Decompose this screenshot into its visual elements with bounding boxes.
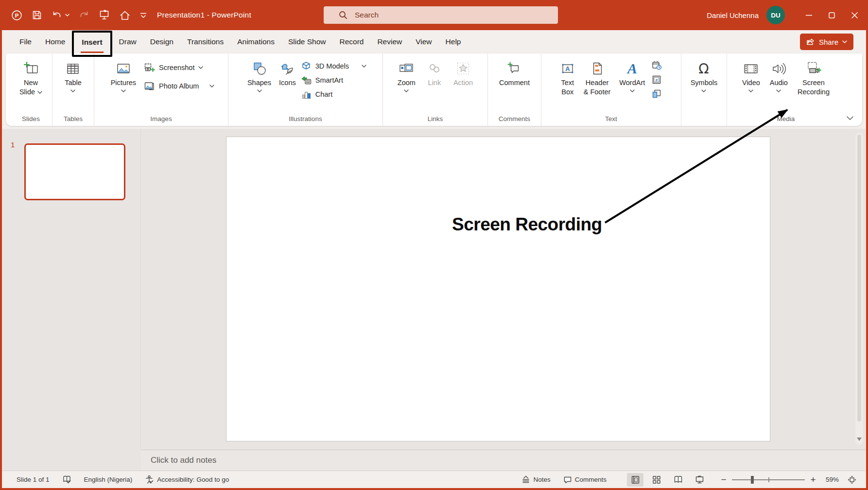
- maximize-button[interactable]: [820, 0, 843, 30]
- zoom-in-button[interactable]: +: [810, 474, 816, 485]
- video-icon: [743, 59, 759, 78]
- search-placeholder: Search: [355, 11, 379, 19]
- notes-icon: [521, 475, 530, 484]
- tab-review[interactable]: Review: [370, 31, 409, 53]
- chevron-down-icon: [701, 89, 706, 92]
- new-slide-button[interactable]: New Slide: [17, 57, 45, 97]
- user-name[interactable]: Daniel Uchenna: [707, 11, 759, 19]
- fit-slide-to-window-button[interactable]: [844, 473, 860, 487]
- header-footer-button[interactable]: Header& Footer: [581, 57, 614, 99]
- zoom-slider-thumb[interactable]: [751, 476, 754, 484]
- start-slideshow-icon[interactable]: [98, 9, 110, 21]
- active-tab-underline: [81, 52, 103, 53]
- shapes-button[interactable]: Shapes: [244, 57, 274, 99]
- comments-toggle[interactable]: Comments: [559, 473, 610, 487]
- share-chevron-icon: [842, 40, 847, 43]
- customize-qat-icon[interactable]: [139, 12, 147, 18]
- group-label-slides: Slides: [10, 115, 52, 122]
- notes-placeholder: Click to add notes: [151, 455, 216, 465]
- symbols-button[interactable]: Ω Symbols: [688, 57, 721, 92]
- slide-canvas[interactable]: [226, 137, 770, 441]
- slide-show-view-button[interactable]: [691, 473, 708, 487]
- save-icon[interactable]: [31, 9, 43, 21]
- wordart-button[interactable]: A WordArt: [616, 57, 648, 99]
- group-label-media: Media: [727, 115, 845, 122]
- table-button[interactable]: Table: [62, 57, 85, 92]
- slide-number-button[interactable]: #: [652, 75, 662, 85]
- accessibility-icon: [145, 475, 154, 484]
- date-time-button[interactable]: [652, 61, 662, 70]
- pictures-button[interactable]: Pictures: [108, 57, 139, 92]
- normal-view-button[interactable]: [627, 473, 643, 487]
- svg-text:A: A: [626, 61, 637, 76]
- slide-count[interactable]: Slide 1 of 1: [17, 473, 53, 487]
- chevron-down-icon: [198, 66, 203, 69]
- vertical-scrollbar[interactable]: [855, 133, 863, 445]
- tab-home[interactable]: Home: [38, 31, 72, 53]
- user-avatar[interactable]: DU: [766, 6, 785, 24]
- chart-button[interactable]: Chart: [301, 89, 332, 99]
- tab-draw[interactable]: Draw: [112, 31, 143, 53]
- screen-recording-button[interactable]: ScreenRecording: [795, 57, 833, 97]
- reading-view-button[interactable]: [670, 473, 686, 487]
- object-button[interactable]: [652, 89, 662, 99]
- undo-icon[interactable]: [51, 9, 69, 21]
- zoom-out-button[interactable]: −: [720, 474, 727, 485]
- ribbon: New Slide Slides Table: [2, 53, 866, 129]
- powerpoint-logo-icon[interactable]: P: [11, 9, 23, 21]
- screenshot-button[interactable]: Screenshot: [144, 63, 203, 72]
- share-button[interactable]: Share: [800, 34, 853, 50]
- accessibility-status[interactable]: Accessibility: Good to go: [141, 473, 233, 487]
- slide-thumbnail[interactable]: [24, 143, 125, 200]
- smartart-button[interactable]: SmartArt: [301, 75, 343, 85]
- 3d-models-button[interactable]: 3D Models: [301, 61, 366, 71]
- redo-icon[interactable]: [78, 9, 90, 21]
- powerpoint-window: P Presentation1 - PowerPoint: [0, 0, 868, 490]
- tab-slide-show[interactable]: Slide Show: [281, 31, 333, 53]
- table-icon: [66, 59, 80, 78]
- spell-check-icon[interactable]: [58, 473, 75, 487]
- text-box-button[interactable]: A TextBox: [557, 57, 578, 99]
- tab-insert[interactable]: Insert: [75, 38, 109, 46]
- zoom-level[interactable]: 59%: [821, 476, 839, 483]
- group-label-links: Links: [383, 115, 487, 122]
- workspace: 1: [2, 129, 866, 450]
- zoom-button[interactable]: Zoom: [395, 57, 418, 92]
- photo-album-button[interactable]: Photo Album: [144, 81, 214, 91]
- slide-sorter-view-button[interactable]: [648, 473, 665, 487]
- tab-design[interactable]: Design: [143, 31, 180, 53]
- ribbon-group-media: Video Audio ScreenRecord: [727, 53, 845, 126]
- tab-file[interactable]: File: [13, 31, 38, 53]
- notes-pane[interactable]: Click to add notes: [141, 450, 866, 471]
- scrollbar-thumb[interactable]: [857, 135, 861, 421]
- smartart-icon: [301, 75, 312, 85]
- language-status[interactable]: English (Nigeria): [80, 473, 137, 487]
- comment-button[interactable]: Comment: [496, 57, 533, 88]
- chevron-down-icon: [748, 89, 753, 92]
- zoom-slider[interactable]: [732, 476, 805, 484]
- link-button: Link: [424, 57, 445, 92]
- tab-transitions[interactable]: Transitions: [180, 31, 230, 53]
- tab-help[interactable]: Help: [439, 31, 468, 53]
- audio-button[interactable]: Audio: [767, 57, 791, 97]
- tab-view[interactable]: View: [409, 31, 438, 53]
- new-slide-icon: [23, 59, 39, 78]
- search-icon: [338, 10, 348, 20]
- tab-animations[interactable]: Animations: [230, 31, 281, 53]
- notes-toggle[interactable]: Notes: [518, 473, 554, 487]
- scroll-down-icon[interactable]: [855, 438, 863, 441]
- ribbon-tab-row: File Home Insert Draw Design Transitions…: [2, 30, 866, 53]
- close-button[interactable]: [843, 0, 866, 30]
- search-input[interactable]: Search: [324, 6, 558, 24]
- screen-recording-icon: [806, 59, 821, 78]
- zoom-icon: [399, 59, 414, 78]
- home-icon[interactable]: [119, 9, 131, 21]
- tab-record[interactable]: Record: [332, 31, 370, 53]
- quick-access-toolbar: P: [2, 9, 147, 21]
- minimize-button[interactable]: [798, 0, 820, 30]
- collapse-ribbon-icon[interactable]: [847, 116, 853, 120]
- video-button[interactable]: Video: [739, 57, 763, 97]
- svg-text:A: A: [565, 65, 570, 72]
- icons-button[interactable]: Icons: [276, 57, 299, 99]
- title-bar: P Presentation1 - PowerPoint: [2, 0, 866, 30]
